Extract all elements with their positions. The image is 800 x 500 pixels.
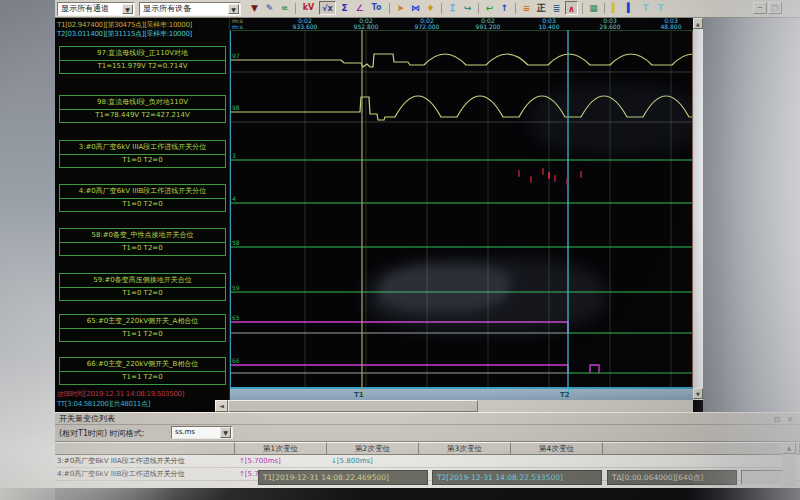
scroll-down-icon[interactable]: ▼ (693, 388, 703, 399)
sqrt-icon[interactable]: √x (319, 1, 336, 15)
photo-edge-left (0, 0, 55, 500)
reflection-dot (566, 178, 568, 185)
channel-title: 4:#0高厂变6kV IIIB段工作进线开关分位 (60, 185, 225, 199)
t1-cursor-icon[interactable]: T (639, 1, 652, 15)
undo-icon[interactable]: ↩ (483, 1, 496, 15)
channel-box-3[interactable]: 3:#0高厂变6kV IIIA段工作进线开关分位T1=0 T2=0 (59, 140, 226, 168)
angle-icon[interactable]: ∠ (353, 1, 366, 15)
list2-icon[interactable]: ≣ (550, 1, 563, 15)
toolbar-icons: ▼✎≈kV√xΣ∠To➤⋈♦⌶↪↩↑≡正≣∧▦▍▍TT (247, 1, 668, 17)
cursor-ruler[interactable]: T1T2 (230, 388, 703, 400)
channel-filter-combobox[interactable]: 显示所有通道 ▼ (57, 2, 135, 16)
waveform-vertical-scrollbar[interactable]: ▲ ▼ (693, 18, 703, 400)
curve-icon[interactable]: ≈ (278, 1, 291, 15)
reflection-dot (554, 175, 556, 182)
bluebar-icon[interactable]: ▍ (624, 1, 637, 15)
toolbar: 显示所有通道 ▼ 显示所有设备 ▼ ▼✎≈kV√xΣ∠To➤⋈♦⌶↪↩↑≡正≣∧… (55, 0, 800, 18)
table-vertical-scrollbar[interactable]: ▲ (782, 442, 796, 487)
fault-time-label: 故障时间[2019-12-31 14:08:19.503500] (57, 389, 184, 399)
waveform-area: m:s m:s 0:02933.6000:02952.8000:02972.00… (230, 18, 693, 400)
channel-box-4[interactable]: 4:#0高厂变6kV IIIB段工作进线开关分位T1=0 T2=0 (59, 184, 226, 212)
play-icon[interactable]: ➤ (394, 1, 407, 15)
minimize-button[interactable]: ─ (753, 2, 767, 14)
channel-values: T1=0 T2=0 (60, 243, 225, 255)
empty-workspace (703, 18, 800, 412)
table-header-name (55, 442, 235, 455)
status-empty-box (741, 470, 783, 485)
t2-cursor-icon[interactable]: T (654, 1, 667, 15)
table-row[interactable]: 3:#0高厂变6kV IIIA段工作进线开关分位↑[5.700ms]↓[5.80… (55, 455, 800, 468)
main-area: T1[02.947400][第30475点][采样率:10000] T2[03.… (55, 18, 800, 412)
channel-box-59[interactable]: 59:#0备变高压侧接地开关合位T1=0 T2=0 (59, 273, 226, 301)
time-tick-label: 0:0329.600 (590, 18, 630, 30)
channel-box-58[interactable]: 58:#0备变_中性点接地开关合位T1=0 T2=0 (59, 228, 226, 256)
device-filter-combobox[interactable]: 显示所有设备 ▼ (139, 2, 241, 16)
channel-list-panel: T1[02.947400][第30475点][采样率:10000] T2[03.… (55, 18, 230, 412)
record-length-label: TT[3:04.581200][共48011点] (57, 399, 150, 409)
kv-icon[interactable]: kV (300, 1, 317, 15)
toolbar-separator (441, 3, 442, 14)
pin-icon[interactable]: ⊡ (771, 414, 783, 425)
status-t2-time: T2[2019-12-31 14:08:22.533500] (432, 470, 602, 485)
swoosh-icon[interactable]: ↪ (461, 1, 474, 15)
toolbar-separator (295, 3, 296, 14)
table-header-filler (603, 442, 800, 455)
chevron-down-icon[interactable]: ▼ (220, 427, 231, 438)
fault-recorder-window: 显示所有通道 ▼ 显示所有设备 ▼ ▼✎≈kV√xΣ∠To➤⋈♦⌶↪↩↑≡正≣∧… (55, 0, 800, 500)
pen-icon[interactable]: ✎ (263, 1, 276, 15)
switch-change-panel-titlebar[interactable]: 开关量变位列表 ⊡ ✕ (55, 412, 800, 425)
scrollbar-thumb[interactable] (228, 400, 478, 412)
list-icon[interactable]: ≡ (520, 1, 533, 15)
channel-box-98[interactable]: 98:直流母线I段_负对地110VT1=78.449V T2=427.214V (59, 95, 226, 123)
trace-id-label: 3 (232, 152, 236, 159)
time-format-label: (相对T1时间) 时间格式: (59, 428, 144, 439)
channel-box-65[interactable]: 65:#0主变_220kV侧开关_A相合位T1=1 T2=0 (59, 314, 226, 342)
grid-icon[interactable]: ▦ (587, 1, 600, 15)
close-icon[interactable]: ✕ (784, 414, 796, 425)
channel-values: T1=0 T2=0 (60, 288, 225, 300)
cursor-label-t1[interactable]: T1 (354, 391, 364, 400)
bowtie-icon[interactable]: ⋈ (409, 1, 422, 15)
maximize-button[interactable]: □ (768, 2, 782, 14)
beam-icon[interactable]: ⌶ (446, 1, 459, 15)
marker-icon[interactable]: ▼ (248, 1, 261, 15)
trace-id-label: 4 (232, 195, 236, 202)
chevron-down-icon[interactable]: ▼ (228, 4, 239, 14)
t0-icon[interactable]: To (368, 1, 385, 15)
sigma-icon[interactable]: Σ (338, 1, 351, 15)
waveform-plot[interactable]: 97983458596566 (230, 30, 693, 388)
zheng-icon[interactable]: 正 (535, 1, 548, 15)
reflection-dot (518, 170, 520, 177)
channel-title: 97:直流母线I段_正110V对地 (60, 47, 225, 61)
horizontal-scrollbar[interactable]: ◄ (215, 400, 693, 412)
toolbar-separator (515, 3, 516, 14)
time-format-combobox[interactable]: ss.ms ▼ (171, 426, 233, 439)
table-header-3: 第3次变位 (419, 442, 511, 455)
table-header-2: 第2次变位 (327, 442, 419, 455)
channel-box-66[interactable]: 66:#0主变_220kV侧开关_B相合位T1=1 T2=0 (59, 357, 226, 385)
channel-filter-value: 显示所有通道 (61, 4, 109, 13)
channel-box-97[interactable]: 97:直流母线I段_正110V对地T1=151.979V T2=0.714V (59, 46, 226, 74)
channel-title: 58:#0备变_中性点接地开关合位 (60, 229, 225, 243)
wave-box-icon[interactable]: ∧ (565, 1, 578, 15)
scroll-left-icon[interactable]: ◄ (215, 400, 228, 412)
cursor-label-t2[interactable]: T2 (560, 391, 570, 400)
chevron-down-icon[interactable]: ▼ (122, 4, 133, 14)
toolbar-separator (582, 3, 583, 14)
marker2-icon[interactable]: ♦ (424, 1, 437, 15)
time-tick-label: 0:02933.600 (285, 18, 325, 30)
row-channel-name: 4:#0高厂变6kV IIIB段工作进线开关分位 (57, 468, 233, 480)
time-tick-label: 0:02952.800 (346, 18, 386, 30)
channel-values: T1=1 T2=0 (60, 372, 225, 384)
row-change-2: ↓[5.800ms] (327, 455, 417, 467)
toolbar-separator (478, 3, 479, 14)
device-filter-value: 显示所有设备 (143, 4, 191, 13)
ybar-icon[interactable]: ▍ (609, 1, 622, 15)
time-tick-label: 0:0348.800 (651, 18, 691, 30)
up-arrow-icon[interactable]: ↑ (498, 1, 511, 15)
scroll-up-icon[interactable]: ▲ (693, 18, 703, 29)
table-header-1: 第1次变位 (235, 442, 327, 455)
scroll-up-icon[interactable]: ▲ (782, 442, 796, 454)
trace-id-label: 58 (232, 239, 240, 246)
row-change-1: ↑[5.700ms] (235, 455, 325, 467)
